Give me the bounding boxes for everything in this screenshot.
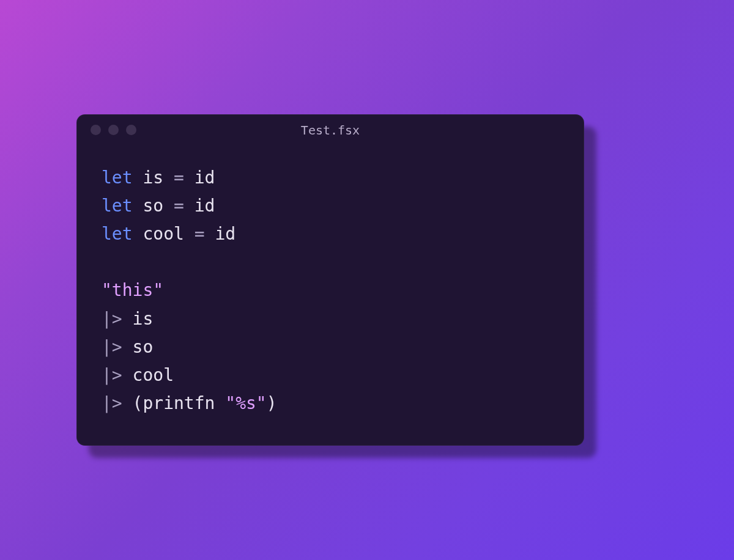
code-token: let [102,196,133,216]
code-token: is [133,168,174,188]
traffic-lights [91,125,136,135]
code-token: id [184,168,215,188]
code-token: let [102,168,133,188]
code-token: |> [102,393,122,413]
code-line: |> is [102,305,559,333]
code-line [102,248,559,276]
code-line: let so = id [102,192,559,220]
code-token: let [102,224,133,244]
code-token: |> [102,309,122,329]
code-token: id [205,224,236,244]
code-token: |> [102,365,122,385]
code-line: |> so [102,333,559,361]
code-token: = [174,196,184,216]
code-token: cool [122,365,174,385]
maximize-icon[interactable] [126,125,136,135]
code-token: "%s" [225,393,266,413]
code-line: let is = id [102,164,559,192]
code-token: ) [267,393,277,413]
editor-window: Test.fsx let is = idlet so = idlet cool … [76,114,584,446]
code-line: let cool = id [102,220,559,248]
code-token: |> [102,337,122,357]
titlebar[interactable]: Test.fsx [77,115,584,146]
code-token: so [133,196,174,216]
code-line: |> (printfn "%s") [102,389,559,418]
code-token: so [122,337,154,357]
code-area[interactable]: let is = idlet so = idlet cool = id "thi… [77,146,584,446]
code-token: printfn [143,393,225,413]
close-icon[interactable] [91,125,101,135]
code-token: "this" [102,280,163,300]
code-line: "this" [102,276,559,304]
code-line: |> cool [102,361,559,389]
code-token: id [184,196,215,216]
window-title: Test.fsx [301,123,360,138]
code-token: ( [122,393,143,413]
minimize-icon[interactable] [108,125,119,135]
code-token: = [195,224,205,244]
code-token: cool [133,224,195,244]
code-token: is [122,309,154,329]
code-token: = [174,168,184,188]
